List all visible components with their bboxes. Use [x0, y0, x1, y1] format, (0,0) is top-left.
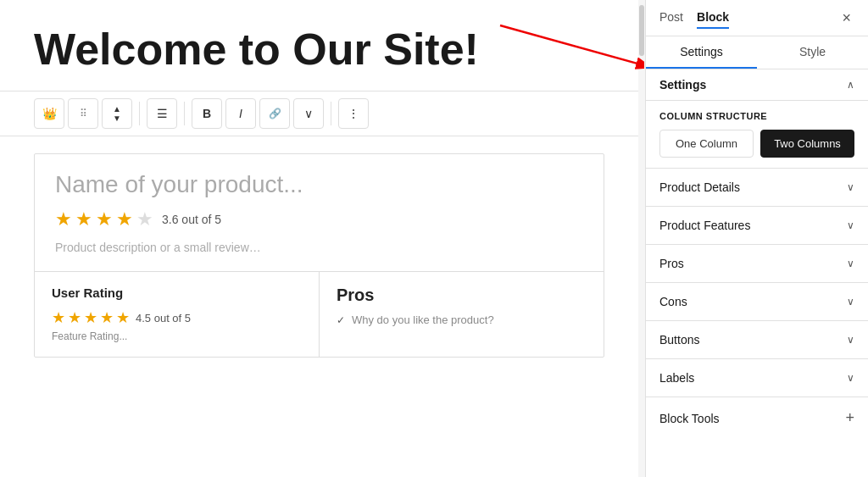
settings-heading-label: Settings — [659, 78, 706, 92]
pros-item-1: ✓ Why do you like the product? — [337, 313, 587, 326]
chevron-down-icon: ∨ — [847, 219, 854, 231]
feature-rating-label: Feature Rating... — [52, 330, 302, 342]
col-star-3: ★ — [84, 308, 97, 327]
settings-heading: Settings ∧ — [646, 69, 868, 101]
accordion-product-details[interactable]: Product Details ∨ — [646, 169, 868, 207]
scrollbar[interactable] — [638, 0, 645, 477]
col-star-2: ★ — [68, 308, 81, 327]
product-stars: ★ ★ ★ ★ ★ 3.6 out of 5 — [55, 208, 583, 230]
link-button[interactable]: 🔗 — [259, 98, 290, 129]
panel-subtabs: Settings Style — [646, 36, 868, 69]
col-rating-text: 4.5 out of 5 — [136, 312, 191, 324]
tab-block[interactable]: Block — [697, 7, 729, 29]
scroll-thumb[interactable] — [639, 5, 644, 56]
toolbar-separator-1 — [139, 102, 140, 125]
two-columns-button[interactable]: Two Columns — [760, 130, 854, 158]
ellipsis-button[interactable]: ⋮ — [338, 98, 369, 129]
align-button[interactable]: ☰ — [147, 98, 177, 129]
arrows-icon: ▲▼ — [113, 104, 121, 123]
chevron-down-icon: ∨ — [847, 296, 854, 308]
block-icon-button[interactable]: 👑 — [34, 98, 64, 129]
accordion-product-details-label: Product Details — [659, 180, 740, 194]
panel-tabs: Post Block — [659, 7, 729, 29]
pros-title: Pros — [337, 286, 587, 305]
italic-button[interactable]: I — [225, 98, 256, 129]
check-icon: ✓ — [337, 314, 345, 326]
more-options-button[interactable]: ∨ — [293, 98, 324, 129]
column-buttons: One Column Two Columns — [659, 130, 854, 158]
col-star-5: ★ — [116, 308, 130, 327]
rating-text: 3.6 out of 5 — [162, 213, 221, 226]
star-3: ★ — [96, 208, 113, 230]
accordion-cons[interactable]: Cons ∨ — [646, 283, 868, 321]
settings-chevron-up-icon: ∧ — [847, 79, 854, 91]
pros-column: Pros ✓ Why do you like the product? — [320, 272, 604, 357]
one-column-button[interactable]: One Column — [659, 130, 754, 158]
link-icon: 🔗 — [269, 108, 281, 119]
product-columns: User Rating ★ ★ ★ ★ ★ 4.5 out of 5 Featu… — [35, 272, 604, 357]
toolbar-separator-2 — [184, 102, 185, 125]
accordion-labels[interactable]: Labels ∨ — [646, 359, 868, 397]
star-2: ★ — [75, 208, 92, 230]
col-star-1: ★ — [52, 308, 65, 327]
right-panel: Post Block × Settings Style Settings ∧ C… — [645, 0, 868, 477]
product-name-placeholder[interactable]: Name of your product... — [55, 171, 583, 198]
col-star-4: ★ — [100, 308, 114, 327]
product-block: Name of your product... ★ ★ ★ ★ ★ 3.6 ou… — [34, 153, 604, 358]
drag-icon: ⠿ — [80, 108, 87, 119]
accordion-pros[interactable]: Pros ∨ — [646, 245, 868, 283]
ellipsis-icon: ⋮ — [348, 107, 359, 120]
user-rating-column: User Rating ★ ★ ★ ★ ★ 4.5 out of 5 Featu… — [35, 272, 320, 357]
subtab-settings[interactable]: Settings — [646, 36, 757, 69]
plus-icon: + — [845, 409, 854, 427]
accordion-cons-label: Cons — [659, 295, 687, 308]
bold-button[interactable]: B — [192, 98, 222, 129]
drag-handle-button[interactable]: ⠿ — [68, 98, 98, 129]
product-description[interactable]: Product description or a small review… — [55, 241, 583, 254]
block-tools-label: Block Tools — [659, 412, 720, 425]
accordion-labels-label: Labels — [659, 371, 694, 385]
user-rating-label: User Rating — [52, 286, 302, 300]
accordion-buttons[interactable]: Buttons ∨ — [646, 321, 868, 359]
subtab-style[interactable]: Style — [757, 36, 868, 69]
block-tools[interactable]: Block Tools + — [646, 397, 868, 439]
welcome-heading: Welcome to Our Site! — [0, 0, 638, 91]
chevron-down-icon: ∨ — [847, 181, 854, 193]
accordion-product-features-label: Product Features — [659, 219, 750, 232]
main-editor: Welcome to Our Site! 👑 ⠿ ▲▼ ☰ B I — [0, 0, 638, 477]
italic-icon: I — [239, 107, 242, 120]
chevron-down-icon: ∨ — [304, 107, 313, 120]
column-structure-label: COLUMN STRUCTURE — [659, 111, 854, 121]
star-4: ★ — [116, 208, 133, 230]
chevron-down-icon: ∨ — [847, 258, 854, 269]
accordion-buttons-label: Buttons — [659, 333, 699, 347]
chevron-down-icon: ∨ — [847, 334, 854, 346]
close-button[interactable]: × — [838, 8, 854, 29]
align-icon: ☰ — [157, 107, 168, 120]
product-header: Name of your product... ★ ★ ★ ★ ★ 3.6 ou… — [35, 154, 604, 272]
block-toolbar: 👑 ⠿ ▲▼ ☰ B I 🔗 ∨ — [0, 91, 638, 136]
user-rating-stars: ★ ★ ★ ★ ★ 4.5 out of 5 — [52, 308, 302, 327]
star-1: ★ — [55, 208, 72, 230]
chevron-down-icon: ∨ — [847, 372, 854, 384]
accordion-product-features[interactable]: Product Features ∨ — [646, 207, 868, 245]
toolbar-separator-3 — [331, 102, 331, 125]
bold-icon: B — [203, 107, 211, 120]
pros-item-text: Why do you like the product? — [352, 313, 494, 326]
block-type-icon: 👑 — [42, 107, 57, 120]
tab-post[interactable]: Post — [659, 7, 683, 29]
panel-header: Post Block × — [646, 0, 868, 36]
move-button[interactable]: ▲▼ — [102, 98, 132, 129]
star-5: ★ — [136, 208, 153, 230]
column-structure-section: COLUMN STRUCTURE One Column Two Columns — [646, 101, 868, 169]
accordion-pros-label: Pros — [659, 257, 684, 270]
